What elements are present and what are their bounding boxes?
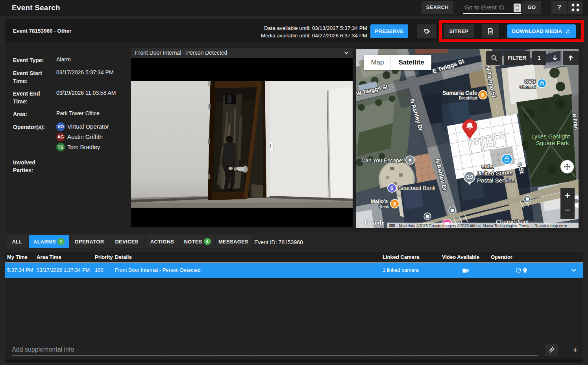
svg-text:Lykes Gaslight: Lykes Gaslight <box>531 133 570 140</box>
svg-text:enter: enter <box>481 163 495 170</box>
svg-text:Breakfast: Breakfast <box>459 96 477 100</box>
svg-text:Steak: Steak <box>378 204 390 209</box>
svg-text:Square Park: Square Park <box>536 140 569 146</box>
svg-text:$: $ <box>390 186 393 191</box>
svg-text:Seacoast Bank: Seacoast Bank <box>398 185 436 191</box>
svg-text:United States: United States <box>477 170 512 177</box>
svg-text:Samaria Cafe: Samaria Cafe <box>442 90 477 96</box>
svg-text:Malio's: Malio's <box>371 198 388 204</box>
svg-text:Can You Escape?: Can You Escape? <box>361 157 405 164</box>
svg-text:CVS: CVS <box>524 78 536 85</box>
svg-text:Chemist: Chemist <box>520 85 535 89</box>
svg-text:Postal Service: Postal Service <box>477 177 515 184</box>
